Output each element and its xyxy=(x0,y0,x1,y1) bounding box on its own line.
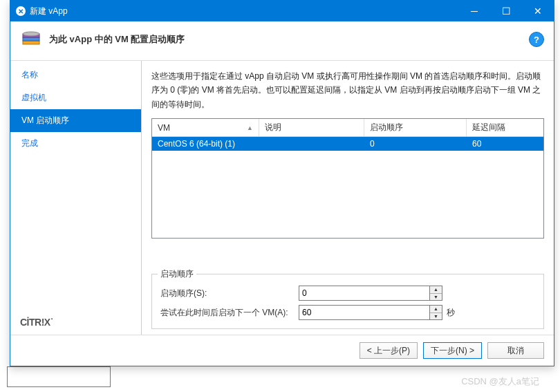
spin-down-icon[interactable]: ▼ xyxy=(430,313,442,320)
input-order[interactable] xyxy=(299,286,430,301)
sort-asc-icon: ▲ xyxy=(247,124,253,131)
col-header-order[interactable]: 启动顺序 xyxy=(364,119,467,136)
main-panel: 这些选项用于指定在通过 vApp 自动启动 VM 或执行高可用性操作期间 VM … xyxy=(142,61,554,335)
page-title: 为此 vApp 中的 VM 配置启动顺序 xyxy=(49,33,529,46)
help-button[interactable]: ? xyxy=(529,32,544,47)
svg-rect-0 xyxy=(23,41,39,44)
app-icon: ✕ xyxy=(16,6,26,16)
step-vms[interactable]: 虚拟机 xyxy=(10,86,141,109)
col-header-delay[interactable]: 延迟间隔 xyxy=(467,119,543,136)
cancel-button[interactable]: 取消 xyxy=(487,342,544,359)
step-name[interactable]: 名称 xyxy=(10,64,141,86)
cell-desc xyxy=(259,137,364,151)
vm-table: VM▲ 说明 启动顺序 延迟间隔 CentOS 6 (64-bit) (1) 0… xyxy=(151,118,544,239)
unit-seconds: 秒 xyxy=(447,307,455,319)
cell-delay: 60 xyxy=(467,137,543,151)
spin-down-icon[interactable]: ▼ xyxy=(430,294,442,301)
cell-vm: CentOS 6 (64-bit) (1) xyxy=(152,137,259,151)
svg-rect-1 xyxy=(23,37,39,41)
wizard-window: ✕ 新建 vApp ─ ☐ ✕ 为此 vApp 中的 VM 配置启动顺序 ? 名… xyxy=(10,0,554,366)
step-finish[interactable]: 完成 xyxy=(10,132,141,155)
wizard-header: 为此 vApp 中的 VM 配置启动顺序 ? xyxy=(10,21,554,61)
watermark: CSDN @友人a笔记 xyxy=(461,375,539,388)
close-button[interactable]: ✕ xyxy=(522,1,554,21)
citrix-logo: CİTR!X˙ xyxy=(20,317,53,328)
input-attempt[interactable] xyxy=(299,305,430,320)
svg-point-3 xyxy=(23,32,39,36)
label-order: 启动顺序(S): xyxy=(160,288,299,299)
maximize-button[interactable]: ☐ xyxy=(490,1,522,21)
titlebar: ✕ 新建 vApp ─ ☐ ✕ xyxy=(10,1,554,21)
wizard-footer: < 上一步(P) 下一步(N) > 取消 xyxy=(10,335,554,366)
window-title: 新建 vApp xyxy=(30,6,458,17)
minimize-button[interactable]: ─ xyxy=(458,1,490,21)
prev-button[interactable]: < 上一步(P) xyxy=(360,342,418,359)
step-startup-order[interactable]: VM 启动顺序 xyxy=(10,109,141,132)
spinner-order[interactable]: ▲ ▼ xyxy=(430,286,442,301)
cell-order: 0 xyxy=(364,137,467,151)
next-button[interactable]: 下一步(N) > xyxy=(423,342,482,359)
col-header-vm[interactable]: VM▲ xyxy=(152,119,259,136)
spin-up-icon[interactable]: ▲ xyxy=(430,306,442,313)
label-attempt: 尝试在此时间后启动下一个 VM(A): xyxy=(160,307,299,319)
spinner-attempt[interactable]: ▲ ▼ xyxy=(430,305,442,320)
step-sidebar: 名称 虚拟机 VM 启动顺序 完成 CİTR!X˙ xyxy=(10,61,142,335)
fieldset-legend: 启动顺序 xyxy=(158,268,196,280)
vapp-icon xyxy=(20,28,42,50)
spin-up-icon[interactable]: ▲ xyxy=(430,286,442,294)
description-text: 这些选项用于指定在通过 vApp 自动启动 VM 或执行高可用性操作期间 VM … xyxy=(151,69,544,111)
col-header-desc[interactable]: 说明 xyxy=(259,119,364,136)
table-row[interactable]: CentOS 6 (64-bit) (1) 0 60 xyxy=(152,137,543,151)
startup-order-fieldset: 启动顺序 启动顺序(S): ▲ ▼ 尝试在此时间后启动下一个 VM(A): xyxy=(151,274,544,329)
